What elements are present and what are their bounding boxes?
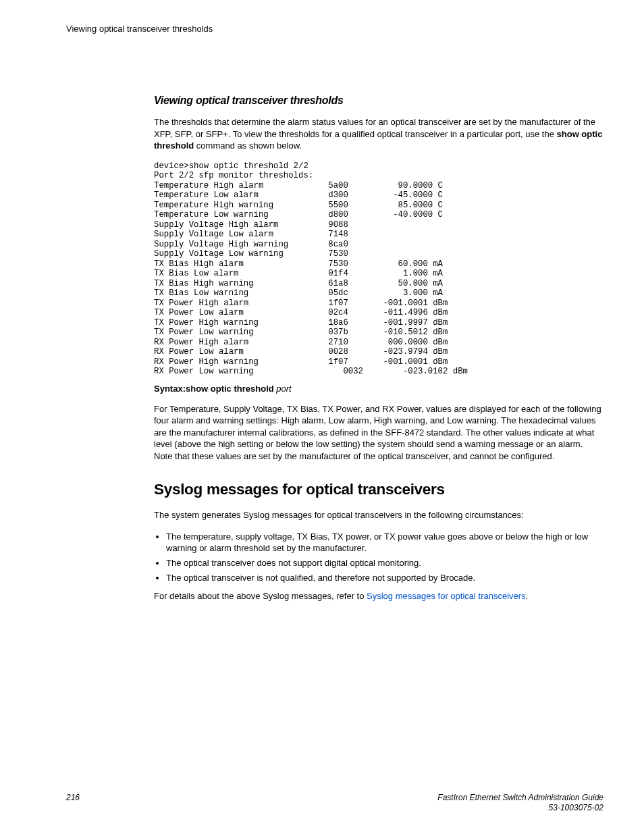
syntax-italic: port <box>274 384 292 394</box>
syslog-link[interactable]: Syslog messages for optical transceivers <box>367 591 526 601</box>
code-output: device>show optic threshold 2/2 Port 2/2… <box>154 161 603 377</box>
intro-text-pre: The thresholds that determine the alarm … <box>154 117 595 139</box>
outro-pre: For details about the above Syslog messa… <box>154 591 367 601</box>
doc-number: 53-1003075-02 <box>437 803 603 814</box>
list-item: The temperature, supply voltage, TX Bias… <box>166 531 603 554</box>
section-heading-thresholds: Viewing optical transceiver thresholds <box>154 95 603 107</box>
syntax-bold: Syntax:show optic threshold <box>154 384 274 394</box>
syslog-intro: The system generates Syslog messages for… <box>154 509 603 521</box>
page-footer: 216 FastIron Ethernet Switch Administrat… <box>66 793 603 814</box>
running-head: Viewing optical transceiver thresholds <box>66 24 603 34</box>
page-number: 216 <box>66 793 80 802</box>
section-heading-syslog: Syslog messages for optical transceivers <box>154 481 603 498</box>
explanation-paragraph: For Temperature, Supply Voltage, TX Bias… <box>154 403 603 463</box>
list-item: The optical transceiver does not support… <box>166 557 603 569</box>
list-item: The optical transceiver is not qualified… <box>166 572 603 584</box>
intro-paragraph: The thresholds that determine the alarm … <box>154 116 603 152</box>
syntax-line: Syntax:show optic threshold port <box>154 384 603 394</box>
syslog-bullet-list: The temperature, supply voltage, TX Bias… <box>154 531 603 583</box>
outro-post: . <box>526 591 529 601</box>
doc-title: FastIron Ethernet Switch Administration … <box>437 793 603 804</box>
main-content: Viewing optical transceiver thresholds T… <box>154 95 603 602</box>
intro-text-post: command as shown below. <box>194 140 302 151</box>
syslog-outro: For details about the above Syslog messa… <box>154 590 603 602</box>
page: Viewing optical transceiver thresholds V… <box>0 0 644 834</box>
